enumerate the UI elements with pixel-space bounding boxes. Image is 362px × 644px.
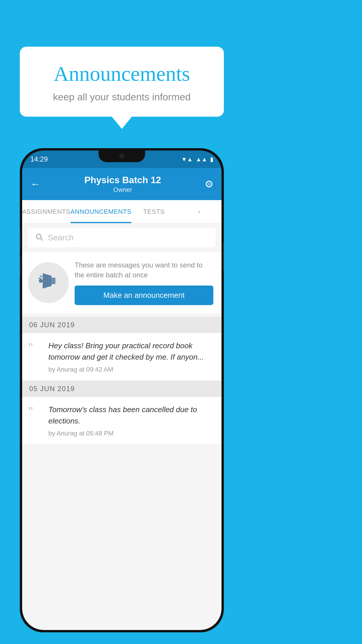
announcement-content-2: Tomorrow's class has been cancelled due … [48, 404, 215, 437]
svg-line-5 [40, 276, 42, 277]
tab-more[interactable]: › [177, 200, 222, 223]
search-icon [35, 233, 43, 243]
phone-inner: 14:29 ▼▲ ▲▲ ▮ ← Physics Batch 12 Owner ⚙… [22, 150, 222, 630]
search-placeholder: Search [48, 233, 74, 242]
speech-bubble-container: Announcements keep all your students inf… [20, 47, 224, 117]
signal-icon: ▲▲ [196, 156, 207, 163]
bubble-title: Announcements [37, 62, 206, 86]
svg-line-1 [41, 238, 42, 240]
back-button[interactable]: ← [30, 178, 41, 190]
quote-icon-1: " [28, 341, 43, 354]
app-bar-title: Physics Batch 12 [84, 175, 161, 186]
svg-marker-2 [52, 278, 55, 284]
promo-right: These are messages you want to send to t… [75, 260, 213, 305]
search-bar[interactable]: Search [28, 228, 216, 247]
bubble-subtitle: keep all your students informed [37, 91, 206, 103]
promo-description: These are messages you want to send to t… [75, 260, 213, 280]
app-bar-subtitle: Owner [84, 186, 161, 194]
tab-tests[interactable]: TESTS [131, 200, 176, 223]
svg-line-6 [39, 278, 41, 279]
announcement-meta-1: by Anurag at 09:42 AM [48, 366, 215, 373]
promo-icon-circle [28, 262, 69, 303]
app-bar: ← Physics Batch 12 Owner ⚙ [22, 168, 222, 200]
announcement-text-1: Hey class! Bring your practical record b… [48, 340, 215, 363]
announcement-text-2: Tomorrow's class has been cancelled due … [48, 404, 215, 427]
megaphone-icon [38, 271, 59, 295]
power-button[interactable] [223, 242, 224, 271]
svg-marker-3 [43, 273, 52, 288]
speech-bubble: Announcements keep all your students inf… [20, 47, 224, 117]
battery-icon: ▮ [210, 156, 213, 163]
date-separator-2: 05 JUN 2019 [22, 381, 222, 397]
tab-announcements[interactable]: ANNOUNCEMENTS [71, 200, 131, 223]
phone-frame: 14:29 ▼▲ ▲▲ ▮ ← Physics Batch 12 Owner ⚙… [20, 148, 224, 632]
tab-bar: ASSIGNMENTS ANNOUNCEMENTS TESTS › [22, 200, 222, 223]
tab-assignments[interactable]: ASSIGNMENTS [22, 200, 71, 223]
svg-point-4 [39, 279, 43, 283]
date-separator-1: 06 JUN 2019 [22, 317, 222, 333]
quote-icon-2: " [28, 405, 43, 418]
settings-icon[interactable]: ⚙ [205, 178, 213, 190]
announcement-meta-2: by Anurag at 05:48 PM [48, 430, 215, 437]
notch [99, 150, 145, 162]
volume-down-button[interactable] [20, 256, 21, 276]
status-time: 14:29 [30, 155, 48, 163]
screen-content: Search [22, 223, 222, 630]
announcement-content-1: Hey class! Bring your practical record b… [48, 340, 215, 373]
status-icons: ▼▲ ▲▲ ▮ [181, 156, 213, 163]
camera [119, 153, 124, 159]
app-bar-title-container: Physics Batch 12 Owner [84, 175, 161, 194]
announcement-promo: These are messages you want to send to t… [22, 252, 222, 313]
make-announcement-button[interactable]: Make an announcement [75, 286, 213, 305]
wifi-icon: ▼▲ [181, 156, 193, 163]
volume-up-button[interactable] [20, 230, 21, 250]
announcement-item-1[interactable]: " Hey class! Bring your practical record… [22, 333, 222, 381]
announcement-item-2[interactable]: " Tomorrow's class has been cancelled du… [22, 397, 222, 444]
